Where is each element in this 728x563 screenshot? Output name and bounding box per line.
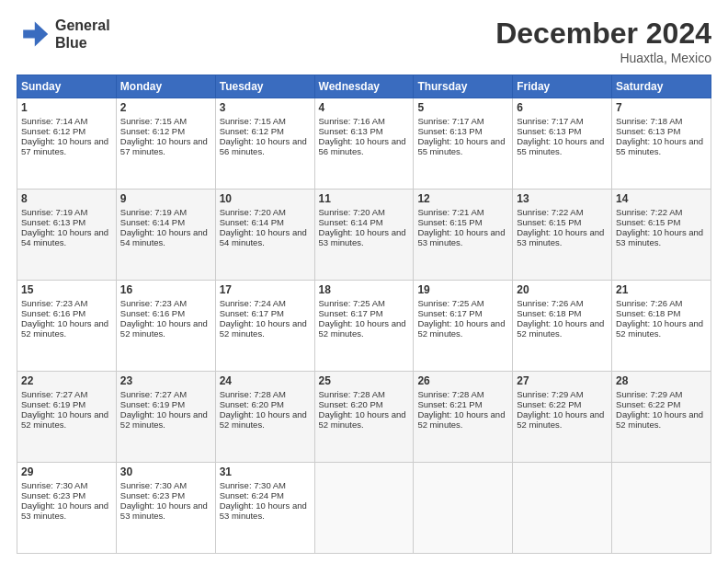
sunrise-text: Sunrise: 7:19 AM: [21, 207, 87, 217]
day-number: 3: [220, 101, 311, 114]
sunset-text: Sunset: 6:14 PM: [319, 217, 383, 227]
location: Huaxtla, Mexico: [495, 51, 711, 65]
sunrise-text: Sunrise: 7:24 AM: [220, 298, 286, 308]
sunset-text: Sunset: 6:15 PM: [517, 217, 581, 227]
day-number: 22: [21, 374, 112, 387]
daylight-text: Daylight: 10 hours and 52 minutes.: [417, 318, 505, 339]
sunset-text: Sunset: 6:12 PM: [120, 126, 185, 136]
calendar-cell: 25Sunrise: 7:28 AMSunset: 6:20 PMDayligh…: [314, 372, 414, 463]
calendar-cell: 12Sunrise: 7:21 AMSunset: 6:15 PMDayligh…: [414, 190, 513, 281]
calendar-cell: 31Sunrise: 7:30 AMSunset: 6:24 PMDayligh…: [215, 463, 314, 554]
logo-icon: [17, 17, 50, 51]
calendar-cell: 23Sunrise: 7:27 AMSunset: 6:19 PMDayligh…: [116, 372, 215, 463]
sunset-text: Sunset: 6:22 PM: [616, 399, 680, 409]
sunset-text: Sunset: 6:23 PM: [120, 490, 185, 500]
sunset-text: Sunset: 6:13 PM: [319, 126, 383, 136]
calendar-cell: 26Sunrise: 7:28 AMSunset: 6:21 PMDayligh…: [414, 372, 513, 463]
sunset-text: Sunset: 6:16 PM: [21, 308, 85, 318]
sunset-text: Sunset: 6:18 PM: [517, 308, 581, 318]
calendar-cell: [314, 463, 414, 554]
sunset-text: Sunset: 6:13 PM: [417, 126, 482, 136]
sunrise-text: Sunrise: 7:30 AM: [220, 480, 286, 490]
calendar-cell: 21Sunrise: 7:26 AMSunset: 6:18 PMDayligh…: [612, 281, 711, 372]
sunset-text: Sunset: 6:18 PM: [616, 308, 680, 318]
day-number: 24: [220, 374, 311, 387]
calendar-cell: 24Sunrise: 7:28 AMSunset: 6:20 PMDayligh…: [215, 372, 314, 463]
calendar-cell: 11Sunrise: 7:20 AMSunset: 6:14 PMDayligh…: [314, 190, 414, 281]
sunrise-text: Sunrise: 7:28 AM: [319, 389, 385, 399]
sunset-text: Sunset: 6:20 PM: [220, 399, 284, 409]
daylight-text: Daylight: 10 hours and 53 minutes.: [616, 227, 703, 247]
calendar-cell: 20Sunrise: 7:26 AMSunset: 6:18 PMDayligh…: [513, 281, 612, 372]
calendar-cell: 6Sunrise: 7:17 AMSunset: 6:13 PMDaylight…: [513, 98, 612, 190]
sunset-text: Sunset: 6:13 PM: [517, 126, 581, 136]
sunrise-text: Sunrise: 7:15 AM: [120, 116, 187, 126]
daylight-text: Daylight: 10 hours and 52 minutes.: [220, 318, 307, 339]
week-row-3: 15Sunrise: 7:23 AMSunset: 6:16 PMDayligh…: [17, 281, 711, 372]
calendar-cell: 7Sunrise: 7:18 AMSunset: 6:13 PMDaylight…: [612, 98, 711, 190]
sunset-text: Sunset: 6:21 PM: [417, 399, 482, 409]
calendar-cell: 27Sunrise: 7:29 AMSunset: 6:22 PMDayligh…: [513, 372, 612, 463]
sunrise-text: Sunrise: 7:28 AM: [417, 389, 483, 399]
daylight-text: Daylight: 10 hours and 56 minutes.: [220, 136, 307, 156]
daylight-text: Daylight: 10 hours and 52 minutes.: [120, 409, 208, 430]
calendar-cell: 5Sunrise: 7:17 AMSunset: 6:13 PMDaylight…: [414, 98, 513, 190]
daylight-text: Daylight: 10 hours and 52 minutes.: [517, 409, 604, 430]
sunset-text: Sunset: 6:23 PM: [21, 490, 85, 500]
sunset-text: Sunset: 6:14 PM: [120, 217, 185, 227]
sunset-text: Sunset: 6:15 PM: [616, 217, 680, 227]
day-number: 12: [417, 192, 508, 205]
daylight-text: Daylight: 10 hours and 53 minutes.: [220, 500, 307, 521]
day-number: 8: [21, 192, 112, 205]
daylight-text: Daylight: 10 hours and 56 minutes.: [319, 136, 406, 156]
calendar-cell: 3Sunrise: 7:15 AMSunset: 6:12 PMDaylight…: [215, 98, 314, 190]
day-header-sunday: Sunday: [17, 75, 117, 98]
day-header-wednesday: Wednesday: [314, 75, 414, 98]
sunset-text: Sunset: 6:13 PM: [21, 217, 85, 227]
sunrise-text: Sunrise: 7:19 AM: [120, 207, 187, 217]
calendar-cell: 30Sunrise: 7:30 AMSunset: 6:23 PMDayligh…: [116, 463, 215, 554]
daylight-text: Daylight: 10 hours and 52 minutes.: [517, 318, 604, 339]
logo: General Blue: [17, 17, 110, 52]
sunrise-text: Sunrise: 7:22 AM: [517, 207, 583, 217]
day-number: 4: [319, 101, 410, 114]
calendar-cell: 1Sunrise: 7:14 AMSunset: 6:12 PMDaylight…: [17, 98, 117, 190]
sunset-text: Sunset: 6:15 PM: [417, 217, 482, 227]
sunset-text: Sunset: 6:17 PM: [319, 308, 383, 318]
day-header-monday: Monday: [116, 75, 215, 98]
daylight-text: Daylight: 10 hours and 54 minutes.: [220, 227, 307, 247]
calendar-cell: [513, 463, 612, 554]
daylight-text: Daylight: 10 hours and 52 minutes.: [319, 409, 406, 430]
sunset-text: Sunset: 6:12 PM: [220, 126, 284, 136]
day-number: 13: [517, 192, 608, 205]
daylight-text: Daylight: 10 hours and 52 minutes.: [616, 409, 703, 430]
sunrise-text: Sunrise: 7:17 AM: [517, 116, 583, 126]
calendar-cell: 22Sunrise: 7:27 AMSunset: 6:19 PMDayligh…: [17, 372, 117, 463]
calendar-cell: 28Sunrise: 7:29 AMSunset: 6:22 PMDayligh…: [612, 372, 711, 463]
day-header-tuesday: Tuesday: [215, 75, 314, 98]
daylight-text: Daylight: 10 hours and 55 minutes.: [417, 136, 505, 156]
day-header-thursday: Thursday: [414, 75, 513, 98]
logo-text: General Blue: [55, 17, 110, 52]
sunrise-text: Sunrise: 7:27 AM: [21, 389, 87, 399]
day-number: 29: [21, 465, 112, 478]
sunrise-text: Sunrise: 7:21 AM: [417, 207, 483, 217]
sunset-text: Sunset: 6:20 PM: [319, 399, 383, 409]
day-number: 18: [319, 283, 410, 296]
daylight-text: Daylight: 10 hours and 52 minutes.: [417, 409, 505, 430]
header-row: SundayMondayTuesdayWednesdayThursdayFrid…: [17, 75, 711, 98]
day-number: 14: [616, 192, 707, 205]
week-row-5: 29Sunrise: 7:30 AMSunset: 6:23 PMDayligh…: [17, 463, 711, 554]
sunset-text: Sunset: 6:24 PM: [220, 490, 284, 500]
sunrise-text: Sunrise: 7:20 AM: [319, 207, 385, 217]
sunrise-text: Sunrise: 7:16 AM: [319, 116, 385, 126]
calendar-cell: 13Sunrise: 7:22 AMSunset: 6:15 PMDayligh…: [513, 190, 612, 281]
sunrise-text: Sunrise: 7:29 AM: [616, 389, 682, 399]
sunrise-text: Sunrise: 7:22 AM: [616, 207, 682, 217]
sunrise-text: Sunrise: 7:30 AM: [21, 480, 87, 490]
sunset-text: Sunset: 6:16 PM: [120, 308, 185, 318]
day-number: 20: [517, 283, 608, 296]
sunset-text: Sunset: 6:17 PM: [417, 308, 482, 318]
day-number: 17: [220, 283, 311, 296]
daylight-text: Daylight: 10 hours and 52 minutes.: [319, 318, 406, 339]
